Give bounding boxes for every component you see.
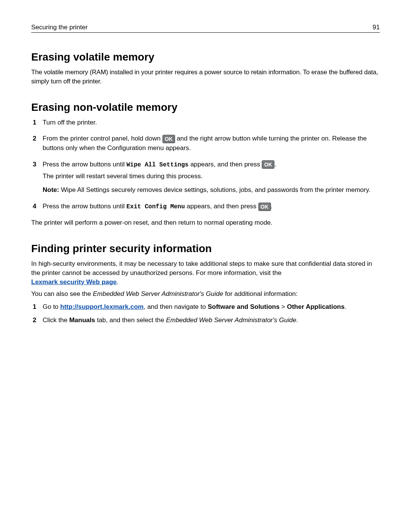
substep-1-gt: > <box>280 303 287 310</box>
step-4-text-b: appears, and then press <box>185 203 258 210</box>
substep-1-a: Go to <box>43 303 60 310</box>
step-3-text-a: Press the arrow buttons until <box>43 161 126 168</box>
step-1-text: Turn off the printer. <box>43 119 97 126</box>
support-lexmark-link[interactable]: http://support.lexmark.com <box>60 303 143 310</box>
lexmark-security-link[interactable]: Lexmark security Web page <box>31 278 117 286</box>
substep-1-b: , and then navigate to <box>143 303 207 310</box>
security-body-2a: You can also see the <box>31 290 93 297</box>
substep-2-em: Embedded Web Server Administrator's Guid… <box>166 316 296 324</box>
substep-1-end: . <box>344 303 346 310</box>
ok-button-icon: OK <box>258 203 271 211</box>
substep-1-bold1: Software and Solutions <box>208 303 280 310</box>
step-3-text-b: appears, and then press <box>188 161 262 168</box>
paragraph-volatile-body: The volatile memory (RAM) installed in y… <box>31 68 380 86</box>
step-2-text-a: From the printer control panel, hold dow… <box>43 135 162 142</box>
heading-erasing-volatile: Erasing volatile memory <box>31 51 380 63</box>
heading-erasing-nonvolatile: Erasing non-volatile memory <box>31 101 380 113</box>
note-text: Wipe All Settings securely removes devic… <box>59 186 370 193</box>
header-section-title: Securing the printer <box>31 24 88 31</box>
step-3-code: Wipe All Settings <box>126 161 188 168</box>
security-body-1-period: . <box>117 278 119 286</box>
document-page: Securing the printer 91 Erasing volatile… <box>0 0 411 344</box>
nonvolatile-after: The printer will perform a power-on rese… <box>31 218 380 227</box>
step-4: Press the arrow buttons until Exit Confi… <box>31 202 380 211</box>
security-body-2-em: Embedded Web Server Administrator's Guid… <box>93 290 223 297</box>
security-body-2: You can also see the Embedded Web Server… <box>31 289 380 299</box>
header-page-number: 91 <box>373 24 380 31</box>
step-3-after: The printer will restart several times d… <box>43 172 380 181</box>
substep-2-b: tab, and then select the <box>95 316 166 324</box>
step-2: From the printer control panel, hold dow… <box>31 134 380 153</box>
substep-2-bold: Manuals <box>69 316 95 324</box>
substep-1: Go to http://support.lexmark.com, and th… <box>31 302 380 312</box>
security-substeps: Go to http://support.lexmark.com, and th… <box>31 302 380 325</box>
nonvolatile-steps: Turn off the printer. From the printer c… <box>31 118 380 212</box>
page-header: Securing the printer 91 <box>31 24 380 33</box>
note-label: Note: <box>43 186 59 193</box>
substep-2-end: . <box>296 316 298 324</box>
heading-finding-security: Finding printer security information <box>31 243 380 255</box>
security-body-1a: In high-security environments, it may be… <box>31 260 372 276</box>
substep-2: Click the Manuals tab, and then select t… <box>31 316 380 325</box>
step-4-code: Exit Config Menu <box>126 203 185 210</box>
step-1: Turn off the printer. <box>31 118 380 128</box>
ok-button-icon: OK <box>262 160 274 169</box>
step-4-text-a: Press the arrow buttons until <box>43 203 126 210</box>
substep-2-a: Click the <box>43 316 69 324</box>
substep-1-bold2: Other Applications <box>287 303 344 310</box>
security-body-1: In high-security environments, it may be… <box>31 259 380 286</box>
step-3: Press the arrow buttons until Wipe All S… <box>31 160 380 195</box>
security-body-2b: for additional information: <box>223 290 298 297</box>
step-3-note: Note: Wipe All Settings securely removes… <box>43 185 380 195</box>
ok-button-icon: OK <box>162 135 175 143</box>
